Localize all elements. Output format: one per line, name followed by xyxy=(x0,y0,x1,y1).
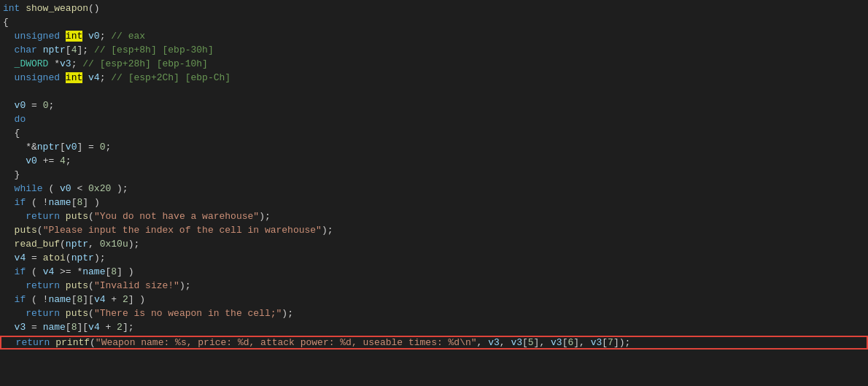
line-read-buf: read_buf ( nptr , 0x10u ); xyxy=(0,239,868,252)
line-v4-decl: unsigned int v4 ; // [esp+2Ch] [ebp-Ch] xyxy=(0,72,868,86)
func-name: show_weapon xyxy=(26,3,88,14)
line-return-printf: return printf ( "Weapon name: %s, price:… xyxy=(0,336,868,350)
kw-int: int xyxy=(3,3,20,14)
line-nptr-decl: char nptr [ 4 ]; // [esp+8h] [ebp-30h] xyxy=(0,45,868,58)
line-if-name8: if ( ! name [ 8 ] ) xyxy=(0,197,868,211)
line-if-v4-name8: if ( v4 >= * name [ 8 ] ) xyxy=(0,266,868,280)
line-v0-inc: v0 += 4 ; xyxy=(0,155,868,169)
line-return-no-weapon: return puts ( "There is no weapon in the… xyxy=(0,308,868,322)
line-while: while ( v0 < 0x20 ); xyxy=(0,183,868,197)
line-blank1 xyxy=(0,86,868,100)
line-v3-assign: v3 = name [ 8 ][ v4 + 2 ]; xyxy=(0,322,868,336)
line-v0-assign: v0 = 0 ; xyxy=(0,100,868,114)
line-close-brace2: } xyxy=(0,169,868,183)
line-v4-atoi: v4 = atoi ( nptr ); xyxy=(0,252,868,266)
kw-int-highlighted2: int xyxy=(66,72,82,83)
line-open-brace1: { xyxy=(0,17,868,31)
line-v0-decl: unsigned int v0 ; // eax xyxy=(0,31,868,45)
kw-int-highlighted: int xyxy=(66,31,82,42)
code-container: int show_weapon () { unsigned int v0 ; /… xyxy=(0,0,868,386)
line-if-name8-v4: if ( ! name [ 8 ][ v4 + 2 ] ) xyxy=(0,294,868,308)
line-deref-assign: *& nptr [ v0 ] = 0 ; xyxy=(0,142,868,155)
line-return-no-warehouse: return puts ( "You do not have a warehou… xyxy=(0,211,868,225)
line-return-invalid: return puts ( "Invalid size!" ); xyxy=(0,280,868,294)
line-func-decl: int show_weapon () xyxy=(0,3,868,17)
line-do: do xyxy=(0,114,868,128)
line-puts-please: puts ( "Please input the index of the ce… xyxy=(0,225,868,239)
line-v3-decl: _DWORD * v3 ; // [esp+28h] [ebp-10h] xyxy=(0,58,868,72)
line-open-brace2: { xyxy=(0,128,868,142)
